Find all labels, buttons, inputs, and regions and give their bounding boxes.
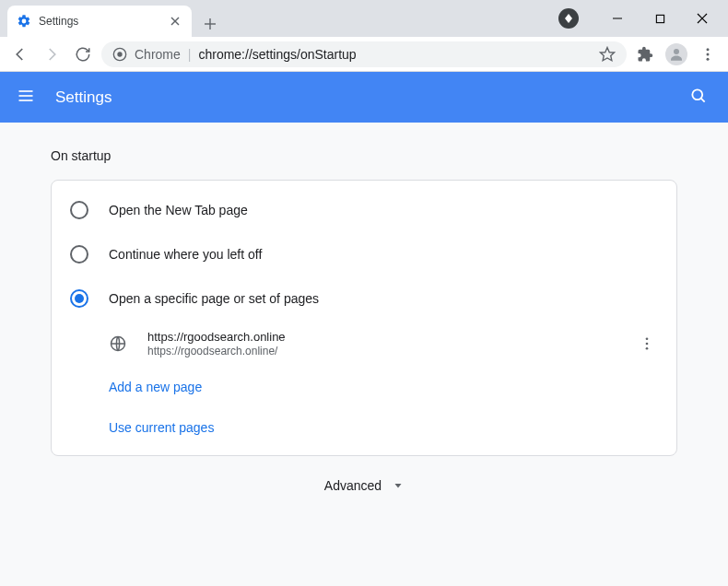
browser-tab-settings[interactable]: Settings [7, 6, 192, 37]
radio-icon [70, 245, 88, 264]
svg-point-18 [692, 89, 702, 100]
svg-point-21 [646, 337, 649, 340]
svg-point-12 [707, 48, 710, 51]
svg-point-23 [646, 347, 649, 350]
settings-content: On startup Open the New Tab page Continu… [0, 123, 728, 586]
profile-button[interactable] [663, 41, 689, 67]
svg-point-11 [674, 49, 679, 54]
settings-header: Settings [0, 72, 728, 123]
radio-option-continue[interactable]: Continue where you left off [52, 232, 676, 276]
avatar-icon [665, 43, 687, 65]
tab-title: Settings [39, 15, 78, 28]
bookmark-star-icon[interactable] [599, 46, 616, 63]
url-protocol: Chrome [135, 47, 181, 62]
incognito-badge-icon [558, 8, 579, 29]
new-tab-button[interactable] [197, 11, 223, 37]
forward-button[interactable] [39, 41, 65, 67]
startup-page-row: https://rgoodsearch.online https://rgood… [52, 321, 676, 367]
extensions-button[interactable] [632, 41, 658, 67]
radio-label: Continue where you left off [109, 247, 262, 262]
use-current-link[interactable]: Use current pages [52, 407, 676, 448]
add-page-link[interactable]: Add a new page [52, 367, 676, 407]
radio-icon [70, 289, 88, 308]
svg-point-22 [646, 343, 649, 346]
page-info: https://rgoodsearch.online https://rgood… [147, 330, 616, 357]
url-divider: | [188, 47, 192, 62]
window-controls [558, 0, 728, 37]
chrome-menu-button[interactable] [695, 41, 721, 67]
menu-icon[interactable] [17, 87, 39, 109]
svg-rect-5 [656, 15, 663, 22]
close-icon[interactable] [168, 14, 182, 29]
section-title: On startup [51, 148, 677, 163]
page-entry-url: https://rgoodsearch.online/ [147, 345, 616, 357]
radio-option-newtab[interactable]: Open the New Tab page [52, 188, 676, 232]
search-icon[interactable] [689, 87, 711, 109]
page-title: Settings [55, 88, 689, 107]
address-bar[interactable]: Chrome | chrome://settings/onStartup [101, 41, 627, 67]
close-window-button[interactable] [682, 5, 722, 32]
chrome-icon [112, 47, 127, 62]
chevron-down-icon [393, 480, 404, 491]
svg-point-14 [707, 57, 710, 60]
tab-strip: Settings [0, 0, 223, 37]
radio-option-specific[interactable]: Open a specific page or set of pages [52, 276, 676, 321]
page-entry-title: https://rgoodsearch.online [147, 330, 616, 344]
svg-point-13 [707, 53, 710, 55]
radio-label: Open a specific page or set of pages [109, 291, 319, 306]
advanced-label: Advanced [324, 478, 382, 493]
globe-icon [109, 334, 127, 353]
reload-button[interactable] [70, 41, 96, 67]
svg-line-19 [701, 98, 705, 101]
browser-toolbar: Chrome | chrome://settings/onStartup [0, 37, 728, 72]
advanced-toggle[interactable]: Advanced [51, 456, 677, 515]
maximize-button[interactable] [640, 5, 680, 32]
page-row-menu-button[interactable] [636, 335, 658, 352]
url-path: chrome://settings/onStartup [198, 47, 356, 62]
svg-marker-10 [601, 47, 615, 60]
svg-marker-24 [395, 484, 402, 488]
gear-icon [17, 14, 31, 29]
back-button[interactable] [7, 41, 33, 67]
window-titlebar: Settings [0, 0, 728, 37]
minimize-button[interactable] [597, 5, 638, 32]
radio-icon [70, 201, 88, 219]
startup-card: Open the New Tab page Continue where you… [51, 180, 677, 456]
radio-label: Open the New Tab page [109, 203, 248, 217]
svg-point-9 [117, 52, 122, 56]
